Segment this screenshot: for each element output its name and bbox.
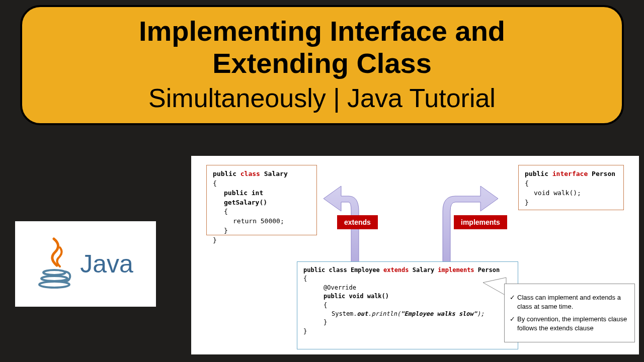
code-text: return 50000; xyxy=(213,217,310,226)
code-text: public void walk() xyxy=(303,292,512,301)
salary-class-box: public class Salary { public int getSala… xyxy=(206,165,317,235)
code-text: } xyxy=(525,198,617,208)
code-text: { xyxy=(303,301,512,310)
keyword-extends: extends xyxy=(383,266,409,274)
code-text: Person xyxy=(588,170,615,177)
note-item: ✓ Class can implement and extends a clas… xyxy=(510,293,629,311)
note-item: ✓ By convention, the implements clause f… xyxy=(510,315,629,333)
keyword-class: class xyxy=(240,170,260,177)
code-text: { xyxy=(213,179,310,189)
code-text: out xyxy=(357,310,368,317)
check-icon: ✓ xyxy=(510,315,515,333)
code-text: } xyxy=(213,236,310,245)
keyword-implements: implements xyxy=(438,266,474,274)
java-logo: Java xyxy=(15,221,156,307)
code-text: public class Employee xyxy=(303,266,383,274)
code-text: { xyxy=(213,207,310,217)
code-text: ); xyxy=(477,310,484,317)
code-text: @Override xyxy=(303,284,512,292)
callout-pointer-icon xyxy=(482,277,507,297)
code-text: public int getSalary() xyxy=(213,189,310,208)
code-text: void walk(); xyxy=(525,189,617,198)
title-subheading: Simultaneously | Java Tutorial xyxy=(37,83,607,113)
keyword-interface: interface xyxy=(552,170,588,177)
java-logo-text: Java xyxy=(80,249,133,279)
title-banner: Implementing Interface and Extending Cla… xyxy=(20,5,624,125)
code-text: { xyxy=(525,179,617,189)
code-text: Person xyxy=(474,266,500,274)
svg-point-0 xyxy=(43,270,65,275)
notes-callout: ✓ Class can implement and extends a clas… xyxy=(504,284,635,342)
title-heading: Implementing Interface and Extending Cla… xyxy=(37,15,607,80)
extends-tag: extends xyxy=(337,215,378,229)
java-cup-icon xyxy=(38,236,73,292)
check-icon: ✓ xyxy=(510,293,515,311)
code-text: Salary xyxy=(260,170,288,177)
svg-point-1 xyxy=(41,276,67,281)
code-text: { xyxy=(303,275,512,283)
code-text: public xyxy=(525,170,552,177)
code-text: public xyxy=(213,170,240,177)
person-interface-box: public interface Person { void walk(); } xyxy=(518,165,624,210)
code-text: } xyxy=(303,327,512,336)
title-line-1b: Extending Class xyxy=(212,47,432,79)
implements-tag: implements xyxy=(454,215,507,229)
note-text: Class can implement and extends a class … xyxy=(517,293,629,311)
employee-class-box: public class Employee extends Salary imp… xyxy=(297,261,518,349)
note-text: By convention, the implements clause fol… xyxy=(517,315,629,333)
code-text: } xyxy=(213,226,310,236)
code-text: Salary xyxy=(409,266,438,274)
diagram-panel: public class Salary { public int getSala… xyxy=(191,156,639,354)
code-text: .println( xyxy=(368,310,400,317)
code-text: } xyxy=(303,318,512,327)
code-text: System. xyxy=(332,310,357,317)
title-line-1a: Implementing Interface and xyxy=(139,15,505,47)
code-text: "Employee walks slow" xyxy=(400,310,477,317)
